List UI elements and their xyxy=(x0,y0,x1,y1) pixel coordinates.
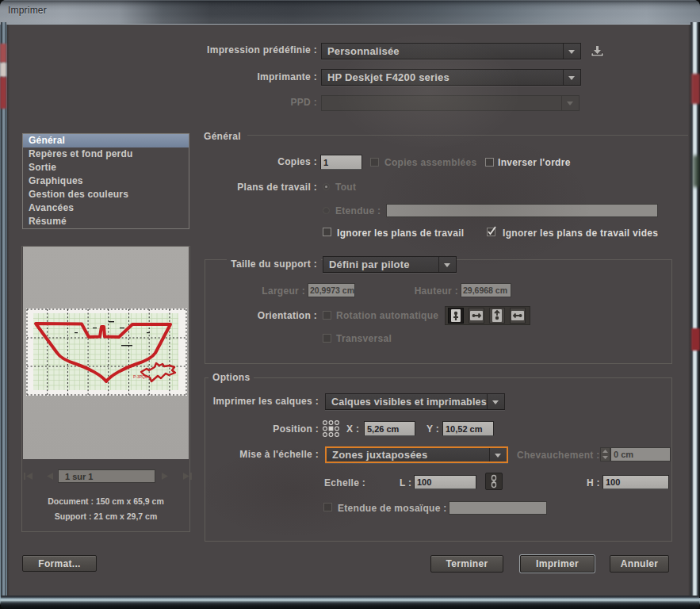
svg-text:P-3PQ8: P-3PQ8 xyxy=(133,374,147,379)
